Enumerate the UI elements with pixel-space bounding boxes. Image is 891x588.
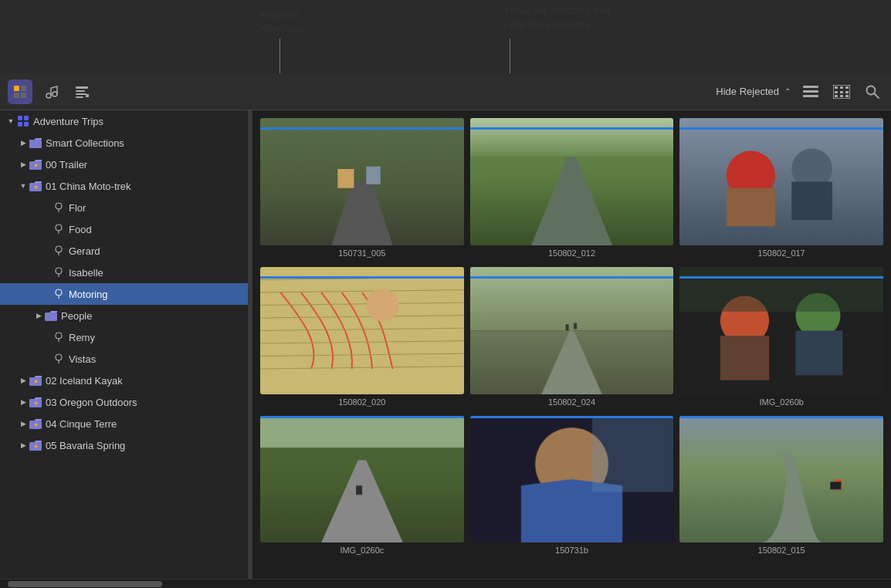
sidebar-item-gerard[interactable]: Gerard bbox=[0, 240, 248, 262]
sidebar-item-01-china[interactable]: ★ 01 China Moto-trek bbox=[0, 175, 248, 197]
svg-text:★: ★ bbox=[33, 421, 39, 428]
title-icon[interactable] bbox=[69, 79, 94, 104]
keyword-line-150802-015 bbox=[679, 416, 883, 418]
filmstrip-view-button[interactable] bbox=[831, 81, 852, 103]
annotation-area: KeywordCollections A blue line indicates… bbox=[0, 0, 891, 73]
svg-rect-9 bbox=[76, 96, 83, 98]
thumbnail-img0260c bbox=[260, 416, 464, 543]
toolbar-left bbox=[8, 79, 94, 104]
folder-icon-people bbox=[45, 309, 57, 322]
sidebar-item-remy[interactable]: Remy bbox=[0, 326, 248, 348]
list-view-button[interactable] bbox=[800, 81, 822, 103]
keyword-collections-annotation: KeywordCollections bbox=[255, 8, 304, 35]
libraries-icon[interactable] bbox=[8, 79, 32, 104]
sidebar-item-food[interactable]: Food bbox=[0, 218, 248, 240]
sidebar-item-02-iceland[interactable]: ★ 02 Iceland Kayak bbox=[0, 370, 248, 391]
sidebar-item-smart-collections[interactable]: Smart Collections bbox=[0, 132, 248, 154]
sidebar-people-label: People bbox=[61, 310, 92, 322]
smart-folder-icon bbox=[29, 137, 42, 149]
video-thumb-150731-005 bbox=[260, 118, 464, 245]
svg-line-24 bbox=[875, 93, 879, 98]
star-folder-icon-bavaria: ★ bbox=[29, 439, 42, 451]
svg-text:★: ★ bbox=[33, 443, 39, 450]
svg-text:★: ★ bbox=[33, 162, 39, 169]
sidebar-item-vistas[interactable]: Vistas bbox=[0, 348, 248, 370]
video-card-150731-005[interactable]: 150731_005 bbox=[260, 118, 464, 261]
svg-text:★: ★ bbox=[33, 400, 39, 407]
sidebar-item-00-trailer[interactable]: ★ 00 Trailer bbox=[0, 154, 248, 175]
video-label-150802-024: 150802_024 bbox=[470, 397, 674, 410]
video-thumb-150731b bbox=[470, 416, 674, 543]
sidebar-food-label: Food bbox=[69, 224, 92, 235]
sidebar-item-adventure-trips[interactable]: Adventure Trips bbox=[0, 110, 248, 132]
music-icon[interactable] bbox=[39, 79, 63, 104]
sidebar-item-flor[interactable]: Flor bbox=[0, 197, 248, 218]
keyword-line-img0260b bbox=[679, 276, 883, 279]
chevron-cinque bbox=[19, 419, 28, 428]
video-label-150802-012: 150802_012 bbox=[470, 248, 674, 261]
toolbar: Hide Rejected ⌃ bbox=[0, 73, 891, 110]
video-label-150731-005: 150731_005 bbox=[260, 248, 464, 261]
keyword-line-150802-017 bbox=[679, 127, 883, 130]
keyword-line-150731b bbox=[470, 416, 674, 418]
video-card-img0260b[interactable]: IMG_0260b bbox=[679, 267, 883, 410]
video-card-150802-024[interactable]: 150802_024 bbox=[470, 267, 674, 410]
video-card-150802-020[interactable]: 150802_020 bbox=[260, 267, 464, 410]
thumbnail-150802-017 bbox=[679, 118, 883, 245]
svg-rect-26 bbox=[24, 116, 29, 120]
star-folder-icon-china: ★ bbox=[29, 180, 42, 192]
sidebar-cinque-label: 04 Cinque Terre bbox=[46, 418, 117, 430]
sidebar-item-04-cinque[interactable]: ★ 04 Cinque Terre bbox=[0, 413, 248, 434]
sidebar-china-label: 01 China Moto-trek bbox=[46, 181, 131, 192]
svg-text:★: ★ bbox=[33, 184, 39, 191]
sidebar-item-05-bavaria[interactable]: ★ 05 Bavaria Spring bbox=[0, 434, 248, 456]
svg-text:★: ★ bbox=[33, 378, 39, 385]
keyword-icon-food bbox=[53, 223, 65, 235]
keyword-line-150802-020 bbox=[260, 276, 464, 279]
video-label-img0260c: IMG_0260c bbox=[260, 546, 464, 558]
video-card-150802-015[interactable]: 150802_015 bbox=[679, 416, 883, 559]
search-button[interactable] bbox=[862, 81, 883, 103]
thumbnail-150802-024 bbox=[470, 267, 674, 394]
thumbnail-150731b bbox=[470, 416, 674, 543]
bottom-scrollbar[interactable] bbox=[0, 579, 891, 588]
keyword-icon-remy bbox=[53, 331, 65, 343]
star-folder-icon-oregon: ★ bbox=[29, 396, 42, 408]
thumbnail-150731-005 bbox=[260, 118, 464, 245]
svg-rect-0 bbox=[14, 86, 19, 91]
svg-rect-6 bbox=[76, 86, 88, 89]
chevron-china bbox=[19, 181, 28, 191]
video-thumb-150802-012 bbox=[470, 118, 674, 245]
chevron-people bbox=[34, 311, 43, 320]
sidebar-item-people[interactable]: People bbox=[0, 305, 248, 326]
sidebar-remy-label: Remy bbox=[69, 332, 95, 343]
chevron-smart-collections bbox=[19, 138, 28, 147]
svg-rect-17 bbox=[835, 91, 838, 93]
sidebar-gerard-label: Gerard bbox=[69, 245, 100, 257]
svg-point-4 bbox=[46, 93, 51, 98]
svg-point-23 bbox=[867, 86, 876, 94]
scrollbar-thumb[interactable] bbox=[8, 581, 162, 587]
thumbnail-150802-020 bbox=[260, 267, 464, 394]
video-card-img0260c[interactable]: IMG_0260c bbox=[260, 416, 464, 559]
video-card-150802-012[interactable]: 150802_012 bbox=[470, 118, 674, 261]
svg-rect-15 bbox=[840, 86, 843, 89]
hide-rejected-button[interactable]: Hide Rejected ⌃ bbox=[716, 86, 791, 97]
sidebar-iceland-label: 02 Iceland Kayak bbox=[46, 375, 123, 387]
svg-rect-28 bbox=[24, 122, 29, 127]
sidebar-smart-collections-label: Smart Collections bbox=[46, 137, 124, 149]
keyword-icon-motoring bbox=[53, 288, 65, 300]
sidebar-item-motoring[interactable]: Motoring bbox=[0, 283, 248, 305]
video-card-150731b[interactable]: 150731b bbox=[470, 416, 674, 559]
svg-rect-10 bbox=[803, 86, 818, 88]
chevron-iceland bbox=[19, 376, 28, 385]
video-label-150802-020: 150802_020 bbox=[260, 397, 464, 410]
chevron-bavaria bbox=[19, 441, 28, 450]
video-thumb-150802-020 bbox=[260, 267, 464, 394]
sidebar-item-isabelle[interactable]: Isabelle bbox=[0, 262, 248, 283]
keyword-line-img0260c bbox=[260, 416, 464, 418]
sidebar-item-03-oregon[interactable]: ★ 03 Oregon Outdoors bbox=[0, 391, 248, 413]
sidebar: Adventure Trips Smart Collections bbox=[0, 110, 249, 579]
video-card-150802-017[interactable]: 150802_017 bbox=[679, 118, 883, 261]
star-folder-icon-iceland: ★ bbox=[29, 374, 42, 387]
